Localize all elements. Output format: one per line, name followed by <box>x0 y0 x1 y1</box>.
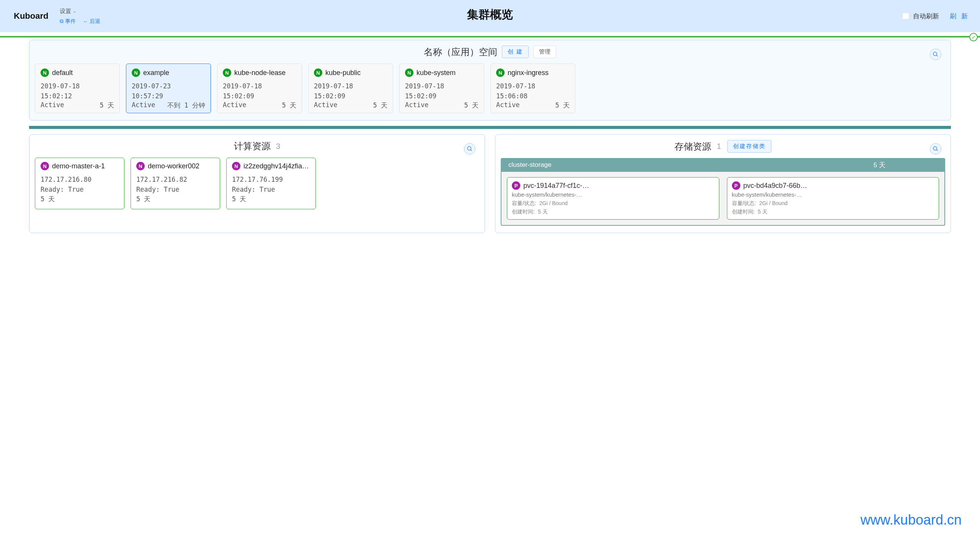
node-badge-icon: N <box>41 162 49 170</box>
pvc-name: pvc-bd4a9cb7-66b… <box>743 182 807 190</box>
namespace-timestamp: 2019-07-23 10:57:29 <box>132 82 205 101</box>
chevron-down-icon: ⌄ <box>73 8 77 14</box>
namespace-name: default <box>52 69 73 77</box>
namespace-badge-icon: N <box>223 68 231 77</box>
namespace-card[interactable]: Nkube-public 2019-07-18 15:02:09 Active5… <box>308 64 393 113</box>
pvc-capacity: 2Gi / Bound <box>759 200 787 207</box>
compute-panel: 计算资源 3 Ndemo-master-a-1 172.17.216.80 Re… <box>29 134 485 233</box>
pvc-namespace: kube-system/kubernetes-… <box>732 191 934 198</box>
pvc-badge-icon: P <box>512 181 520 190</box>
create-namespace-button[interactable]: 创 建 <box>502 46 529 58</box>
namespace-age: 不到 1 分钟 <box>167 101 205 110</box>
capacity-label: 容量/状态: <box>732 200 756 207</box>
compute-count: 3 <box>276 142 280 151</box>
search-icon[interactable] <box>930 143 941 155</box>
namespace-card[interactable]: Ndefault 2019-07-18 15:02:12 Active5 天 <box>35 64 120 113</box>
refresh-button[interactable]: 刷 新 <box>950 12 969 21</box>
svg-point-2 <box>467 147 471 150</box>
node-age: 5 天 <box>41 194 119 204</box>
compute-title: 计算资源 <box>234 140 271 152</box>
node-card[interactable]: Ndemo-worker002 172.17.216.82 Ready: Tru… <box>131 158 220 209</box>
svg-point-4 <box>933 147 937 150</box>
namespace-name: nginx-ingress <box>508 69 549 77</box>
manage-namespace-button[interactable]: 管理 <box>533 46 556 58</box>
external-icon: ⧉ <box>60 18 64 24</box>
pvc-age: 5 天 <box>758 209 768 215</box>
namespace-timestamp: 2019-07-18 15:06:08 <box>496 82 570 101</box>
node-ip: 172.17.76.199 <box>232 175 310 185</box>
search-icon[interactable] <box>464 143 475 155</box>
pvc-badge-icon: P <box>732 181 740 190</box>
search-icon[interactable] <box>930 49 941 60</box>
storage-class-header[interactable]: cluster-storage 5 天 <box>501 158 945 172</box>
node-ip: 172.17.216.82 <box>136 175 214 185</box>
pvc-age: 5 天 <box>538 209 548 215</box>
node-age: 5 天 <box>232 194 310 204</box>
pvc-card[interactable]: Ppvc-1914a77f-cf1c-… kube-system/kuberne… <box>507 177 719 220</box>
node-card[interactable]: Niz2zedgghv14j4zfia… 172.17.76.199 Ready… <box>226 158 316 209</box>
pvc-namespace: kube-system/kubernetes-… <box>512 191 714 198</box>
namespace-status: Active <box>223 101 246 110</box>
namespace-badge-icon: N <box>41 68 49 77</box>
namespace-card[interactable]: Nkube-node-lease 2019-07-18 15:02:09 Act… <box>217 64 302 113</box>
namespace-age: 5 天 <box>555 101 570 110</box>
svg-point-0 <box>933 52 937 55</box>
events-link[interactable]: ⧉事件 <box>60 18 76 25</box>
header-nav: 设置⌄ ⧉事件 ←后退 <box>60 8 100 25</box>
namespace-age: 5 天 <box>282 101 296 110</box>
namespace-age: 5 天 <box>100 101 114 110</box>
storage-class-age: 5 天 <box>874 161 885 170</box>
namespace-timestamp: 2019-07-18 15:02:12 <box>41 82 114 101</box>
namespace-status: Active <box>496 101 519 110</box>
namespace-badge-icon: N <box>132 68 140 77</box>
page-title: 集群概览 <box>467 7 513 23</box>
logo: Kuboard <box>14 11 48 21</box>
namespace-badge-icon: N <box>314 68 322 77</box>
namespace-name: kube-public <box>325 69 361 77</box>
create-storage-button[interactable]: 创建存储类 <box>727 140 771 153</box>
namespace-name: kube-node-lease <box>234 69 286 77</box>
namespace-card[interactable]: Nkube-system 2019-07-18 15:02:09 Active5… <box>399 64 484 113</box>
namespace-age: 5 天 <box>464 101 479 110</box>
namespace-name: example <box>143 69 169 77</box>
svg-line-1 <box>936 55 938 56</box>
node-badge-icon: N <box>136 162 145 170</box>
namespaces-panel: 名称（应用）空间 创 建 管理 Ndefault 2019-07-18 15:0… <box>29 40 951 121</box>
namespace-badge-icon: N <box>405 68 413 77</box>
divider <box>29 126 951 129</box>
namespace-status: Active <box>132 101 155 110</box>
pvc-card[interactable]: Ppvc-bd4a9cb7-66b… kube-system/kubernete… <box>727 177 939 220</box>
namespace-age: 5 天 <box>373 101 387 110</box>
capacity-label: 容量/状态: <box>512 200 536 207</box>
namespace-status: Active <box>314 101 337 110</box>
node-badge-icon: N <box>232 162 240 170</box>
namespace-timestamp: 2019-07-18 15:02:09 <box>314 82 387 101</box>
node-ready: Ready: True <box>41 185 119 195</box>
node-card[interactable]: Ndemo-master-a-1 172.17.216.80 Ready: Tr… <box>35 158 124 209</box>
storage-title: 存储资源 <box>675 140 711 153</box>
namespace-name: kube-system <box>416 69 456 77</box>
node-age: 5 天 <box>136 194 214 204</box>
namespace-timestamp: 2019-07-18 15:02:09 <box>405 82 479 101</box>
storage-class-name: cluster-storage <box>508 161 551 169</box>
svg-line-3 <box>470 150 472 151</box>
namespace-card[interactable]: Nexample 2019-07-23 10:57:29 Active不到 1 … <box>126 64 211 113</box>
node-name: demo-master-a-1 <box>52 162 105 170</box>
header: Kuboard 设置⌄ ⧉事件 ←后退 集群概览 自动刷新 刷 新 <box>0 0 980 32</box>
pvc-capacity: 2Gi / Bound <box>539 200 568 207</box>
node-ready: Ready: True <box>232 185 310 195</box>
pvc-name: pvc-1914a77f-cf1c-… <box>523 182 589 190</box>
storage-panel: 存储资源 1 创建存储类 cluster-storage 5 天 Ppvc-19… <box>495 134 951 233</box>
namespaces-title: 名称（应用）空间 <box>424 46 497 58</box>
svg-line-5 <box>936 150 938 151</box>
auto-refresh-toggle[interactable]: 自动刷新 <box>902 12 939 21</box>
checkbox-icon[interactable] <box>902 13 909 20</box>
node-ip: 172.17.216.80 <box>41 175 119 185</box>
created-label: 创建时间: <box>512 209 535 215</box>
check-circle-icon: ✓ <box>969 33 978 41</box>
settings-dropdown[interactable]: 设置⌄ <box>60 8 100 15</box>
back-link[interactable]: ←后退 <box>83 18 100 25</box>
storage-count: 1 <box>717 142 721 151</box>
namespace-status: Active <box>41 101 64 110</box>
namespace-card[interactable]: Nnginx-ingress 2019-07-18 15:06:08 Activ… <box>490 64 575 113</box>
